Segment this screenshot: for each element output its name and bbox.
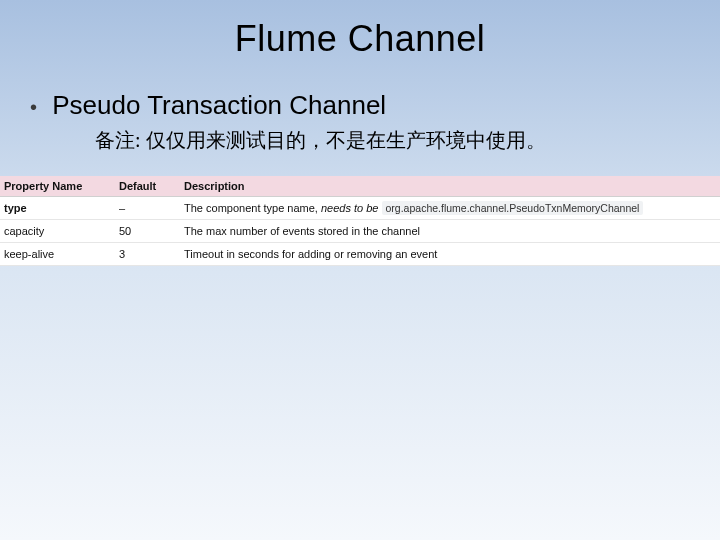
properties-table: Property Name Default Description type –… (0, 176, 720, 266)
bullet-icon: • (30, 96, 37, 118)
header-default: Default (115, 176, 180, 197)
slide: Flume Channel • Pseudo Transaction Chann… (0, 0, 720, 540)
cell-name: type (0, 197, 115, 220)
cell-description: The component type name, needs to be org… (180, 197, 720, 220)
slide-title: Flume Channel (0, 0, 720, 60)
table-row: keep-alive 3 Timeout in seconds for addi… (0, 243, 720, 266)
desc-italic: needs to be (321, 202, 379, 214)
table-header-row: Property Name Default Description (0, 176, 720, 197)
header-property-name: Property Name (0, 176, 115, 197)
properties-table-wrap: Property Name Default Description type –… (0, 176, 720, 266)
header-description: Description (180, 176, 720, 197)
cell-default: 50 (115, 220, 180, 243)
bullet-row: • Pseudo Transaction Channel (30, 90, 720, 121)
cell-default: 3 (115, 243, 180, 266)
table-row: capacity 50 The max number of events sto… (0, 220, 720, 243)
subtitle-text: Pseudo Transaction Channel (52, 90, 386, 120)
note-text: 备注: 仅仅用来测试目的，不是在生产环境中使用。 (95, 127, 720, 154)
type-code: org.apache.flume.channel.PseudoTxnMemory… (382, 201, 644, 215)
cell-description: The max number of events stored in the c… (180, 220, 720, 243)
cell-name: capacity (0, 220, 115, 243)
desc-prefix: The component type name, (184, 202, 321, 214)
table-row: type – The component type name, needs to… (0, 197, 720, 220)
cell-description: Timeout in seconds for adding or removin… (180, 243, 720, 266)
cell-name: keep-alive (0, 243, 115, 266)
cell-default: – (115, 197, 180, 220)
